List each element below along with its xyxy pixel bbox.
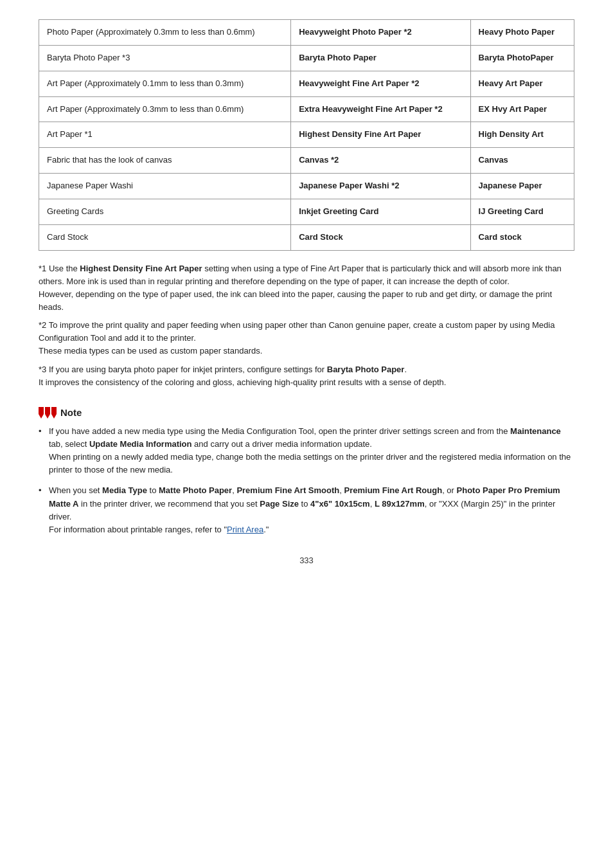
footnote-3: *3 If you are using baryta photo paper f… [39,363,574,389]
print-area-link[interactable]: Print Area [227,525,263,534]
table-row: Photo Paper (Approximately 0.3mm to less… [39,20,574,46]
table-cell-col1: Japanese Paper Washi [39,174,291,199]
table-cell-col3: EX Hvy Art Paper [470,96,574,122]
table-row: Card StockCard StockCard stock [39,224,574,250]
table-cell-col3: High Density Art [470,122,574,148]
table-row: Fabric that has the look of canvasCanvas… [39,148,574,174]
table-row: Baryta Photo Paper *3Baryta Photo PaperB… [39,45,574,71]
note-title: Note [60,407,82,418]
table-row: Greeting CardsInkjet Greeting CardIJ Gre… [39,199,574,224]
page-number: 333 [39,556,574,565]
table-cell-col1: Greeting Cards [39,199,291,224]
table-cell-col3: Card stock [470,224,574,250]
svg-marker-0 [39,407,44,419]
table-cell-col1: Photo Paper (Approximately 0.3mm to less… [39,20,291,46]
table-cell-col2: Canvas *2 [291,148,470,174]
table-cell-col3: Heavy Art Paper [470,71,574,96]
footnote-1: *1 Use the Highest Density Fine Art Pape… [39,262,574,314]
table-cell-col3: IJ Greeting Card [470,199,574,224]
table-cell-col3: Canvas [470,148,574,174]
note-list: If you have added a new media type using… [39,425,574,536]
footnote-2: *2 To improve the print quality and pape… [39,319,574,357]
note-section: Note If you have added a new media type … [39,407,574,536]
table-cell-col2: Inkjet Greeting Card [291,199,470,224]
table-cell-col3: Heavy Photo Paper [470,20,574,46]
table-cell-col1: Art Paper *1 [39,122,291,148]
svg-marker-2 [51,407,57,419]
table-cell-col3: Baryta PhotoPaper [470,45,574,71]
table-cell-col2: Heavyweight Photo Paper *2 [291,20,470,46]
table-cell-col2: Highest Density Fine Art Paper [291,122,470,148]
table-row: Art Paper (Approximately 0.3mm to less t… [39,96,574,122]
table-row: Art Paper (Approximately 0.1mm to less t… [39,71,574,96]
footnotes-section: *1 Use the Highest Density Fine Art Pape… [39,262,574,389]
note-icon [39,407,57,419]
table-cell-col2: Heavyweight Fine Art Paper *2 [291,71,470,96]
table-cell-col1: Fabric that has the look of canvas [39,148,291,174]
note-item-2: When you set Media Type to Matte Photo P… [39,484,574,536]
note-header: Note [39,407,574,419]
table-cell-col2: Baryta Photo Paper [291,45,470,71]
table-cell-col2: Card Stock [291,224,470,250]
table-cell-col1: Baryta Photo Paper *3 [39,45,291,71]
note-chevron-icon [39,407,57,419]
svg-marker-1 [45,407,50,419]
table-cell-col2: Japanese Paper Washi *2 [291,174,470,199]
table-cell-col1: Art Paper (Approximately 0.3mm to less t… [39,96,291,122]
table-cell-col1: Card Stock [39,224,291,250]
media-type-table: Photo Paper (Approximately 0.3mm to less… [39,19,574,251]
table-cell-col3: Japanese Paper [470,174,574,199]
table-row: Japanese Paper WashiJapanese Paper Washi… [39,174,574,199]
table-row: Art Paper *1Highest Density Fine Art Pap… [39,122,574,148]
table-cell-col2: Extra Heavyweight Fine Art Paper *2 [291,96,470,122]
note-item-1: If you have added a new media type using… [39,425,574,477]
table-cell-col1: Art Paper (Approximately 0.1mm to less t… [39,71,291,96]
